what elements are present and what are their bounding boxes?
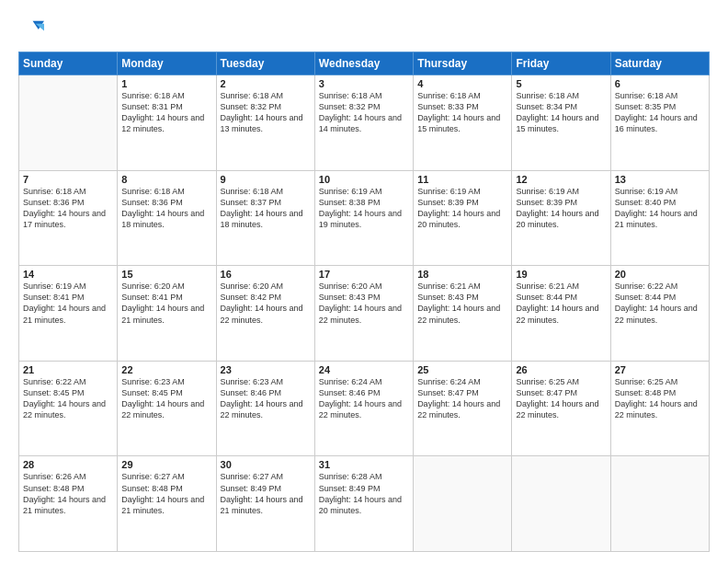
cell-sunset: Sunset: 8:41 PM	[121, 293, 183, 302]
day-number: 5	[516, 78, 606, 89]
weekday-header-monday: Monday	[118, 52, 216, 75]
cell-sunrise: Sunrise: 6:21 AM	[417, 282, 481, 291]
cell-sunset: Sunset: 8:47 PM	[417, 388, 479, 397]
calendar-cell: 26Sunrise: 6:25 AMSunset: 8:47 PMDayligh…	[512, 361, 610, 456]
day-number: 11	[417, 174, 507, 185]
cell-sunrise: Sunrise: 6:23 AM	[221, 377, 284, 386]
page: SundayMondayTuesdayWednesdayThursdayFrid…	[0, 0, 728, 563]
day-number: 31	[319, 459, 409, 470]
cell-daylight: Daylight: 14 hours and 22 minutes.	[615, 399, 698, 419]
calendar-cell: 12Sunrise: 6:19 AMSunset: 8:39 PMDayligh…	[512, 170, 610, 266]
cell-daylight: Daylight: 14 hours and 21 minutes.	[221, 495, 303, 515]
day-number: 29	[121, 459, 211, 470]
cell-daylight: Daylight: 14 hours and 22 minutes.	[417, 304, 500, 324]
cell-sunrise: Sunrise: 6:28 AM	[319, 472, 382, 481]
calendar-cell: 23Sunrise: 6:23 AMSunset: 8:46 PMDayligh…	[216, 361, 314, 456]
cell-sunrise: Sunrise: 6:27 AM	[121, 472, 185, 481]
cell-sunrise: Sunrise: 6:24 AM	[417, 377, 481, 386]
header	[18, 17, 710, 42]
cell-daylight: Daylight: 14 hours and 22 minutes.	[615, 304, 698, 324]
calendar-cell: 19Sunrise: 6:21 AMSunset: 8:44 PMDayligh…	[512, 266, 610, 362]
cell-sunrise: Sunrise: 6:18 AM	[221, 91, 284, 100]
calendar-cell: 22Sunrise: 6:23 AMSunset: 8:45 PMDayligh…	[118, 361, 216, 456]
calendar-cell: 24Sunrise: 6:24 AMSunset: 8:46 PMDayligh…	[314, 361, 413, 456]
calendar-cell: 16Sunrise: 6:20 AMSunset: 8:42 PMDayligh…	[216, 266, 314, 362]
calendar-cell: 29Sunrise: 6:27 AMSunset: 8:48 PMDayligh…	[118, 456, 216, 552]
cell-daylight: Daylight: 14 hours and 22 minutes.	[221, 399, 303, 419]
cell-sunset: Sunset: 8:45 PM	[121, 388, 183, 397]
day-number: 2	[221, 78, 311, 89]
calendar-week-1: 1Sunrise: 6:18 AMSunset: 8:31 PMDaylight…	[19, 75, 710, 171]
cell-sunset: Sunset: 8:36 PM	[23, 198, 85, 207]
day-number: 26	[516, 364, 606, 375]
day-number: 13	[615, 174, 705, 185]
calendar-cell	[512, 456, 610, 552]
cell-daylight: Daylight: 14 hours and 20 minutes.	[417, 209, 500, 229]
cell-sunset: Sunset: 8:47 PM	[516, 388, 577, 397]
day-number: 6	[615, 78, 705, 89]
cell-sunset: Sunset: 8:40 PM	[615, 198, 677, 207]
calendar-cell: 30Sunrise: 6:27 AMSunset: 8:49 PMDayligh…	[216, 456, 314, 552]
calendar-cell: 14Sunrise: 6:19 AMSunset: 8:41 PMDayligh…	[19, 266, 118, 362]
logo-icon	[18, 17, 44, 42]
cell-daylight: Daylight: 14 hours and 21 minutes.	[23, 495, 106, 515]
calendar-cell: 11Sunrise: 6:19 AMSunset: 8:39 PMDayligh…	[414, 170, 512, 266]
day-number: 9	[221, 174, 311, 185]
calendar-cell: 3Sunrise: 6:18 AMSunset: 8:32 PMDaylight…	[314, 75, 413, 171]
day-number: 15	[121, 269, 211, 280]
weekday-header-wednesday: Wednesday	[314, 52, 413, 75]
cell-daylight: Daylight: 14 hours and 12 minutes.	[121, 113, 204, 133]
day-number: 25	[417, 364, 507, 375]
cell-sunrise: Sunrise: 6:19 AM	[23, 282, 86, 291]
cell-sunset: Sunset: 8:39 PM	[417, 198, 479, 207]
calendar-cell: 27Sunrise: 6:25 AMSunset: 8:48 PMDayligh…	[610, 361, 709, 456]
calendar-cell: 8Sunrise: 6:18 AMSunset: 8:36 PMDaylight…	[118, 170, 216, 266]
calendar-cell: 5Sunrise: 6:18 AMSunset: 8:34 PMDaylight…	[512, 75, 610, 171]
cell-sunrise: Sunrise: 6:23 AM	[121, 377, 185, 386]
cell-sunrise: Sunrise: 6:18 AM	[221, 187, 284, 196]
cell-sunset: Sunset: 8:36 PM	[121, 198, 183, 207]
cell-daylight: Daylight: 14 hours and 18 minutes.	[121, 209, 204, 229]
cell-daylight: Daylight: 14 hours and 13 minutes.	[221, 113, 303, 133]
day-number: 27	[615, 364, 705, 375]
cell-sunrise: Sunrise: 6:20 AM	[319, 282, 382, 291]
day-number: 4	[417, 78, 507, 89]
day-number: 20	[615, 269, 705, 280]
calendar-cell: 4Sunrise: 6:18 AMSunset: 8:33 PMDaylight…	[414, 75, 512, 171]
day-number: 18	[417, 269, 507, 280]
cell-sunrise: Sunrise: 6:27 AM	[221, 472, 284, 481]
cell-sunset: Sunset: 8:43 PM	[417, 293, 479, 302]
calendar-cell: 18Sunrise: 6:21 AMSunset: 8:43 PMDayligh…	[414, 266, 512, 362]
cell-sunset: Sunset: 8:34 PM	[516, 102, 577, 111]
calendar-cell: 28Sunrise: 6:26 AMSunset: 8:48 PMDayligh…	[19, 456, 118, 552]
cell-daylight: Daylight: 14 hours and 22 minutes.	[121, 399, 204, 419]
cell-sunrise: Sunrise: 6:25 AM	[615, 377, 678, 386]
cell-sunset: Sunset: 8:48 PM	[121, 484, 183, 493]
cell-sunset: Sunset: 8:42 PM	[221, 293, 282, 302]
day-number: 1	[121, 78, 211, 89]
cell-sunrise: Sunrise: 6:18 AM	[417, 91, 481, 100]
cell-sunrise: Sunrise: 6:22 AM	[23, 377, 86, 386]
day-number: 30	[221, 459, 311, 470]
weekday-header-friday: Friday	[512, 52, 610, 75]
day-number: 16	[221, 269, 311, 280]
day-number: 21	[23, 364, 113, 375]
cell-sunset: Sunset: 8:46 PM	[221, 388, 282, 397]
cell-sunset: Sunset: 8:48 PM	[615, 388, 677, 397]
cell-daylight: Daylight: 14 hours and 18 minutes.	[221, 209, 303, 229]
cell-sunrise: Sunrise: 6:18 AM	[319, 91, 382, 100]
calendar-week-5: 28Sunrise: 6:26 AMSunset: 8:48 PMDayligh…	[19, 456, 710, 552]
cell-sunset: Sunset: 8:37 PM	[221, 198, 282, 207]
cell-sunset: Sunset: 8:33 PM	[417, 102, 479, 111]
cell-sunrise: Sunrise: 6:19 AM	[417, 187, 481, 196]
cell-sunset: Sunset: 8:46 PM	[319, 388, 381, 397]
cell-daylight: Daylight: 14 hours and 21 minutes.	[121, 304, 204, 324]
cell-daylight: Daylight: 14 hours and 22 minutes.	[23, 399, 106, 419]
cell-sunrise: Sunrise: 6:18 AM	[23, 187, 86, 196]
day-number: 19	[516, 269, 606, 280]
logo	[18, 17, 48, 42]
cell-sunset: Sunset: 8:43 PM	[319, 293, 381, 302]
weekday-header-tuesday: Tuesday	[216, 52, 314, 75]
calendar-week-3: 14Sunrise: 6:19 AMSunset: 8:41 PMDayligh…	[19, 266, 710, 362]
calendar-cell: 13Sunrise: 6:19 AMSunset: 8:40 PMDayligh…	[610, 170, 709, 266]
